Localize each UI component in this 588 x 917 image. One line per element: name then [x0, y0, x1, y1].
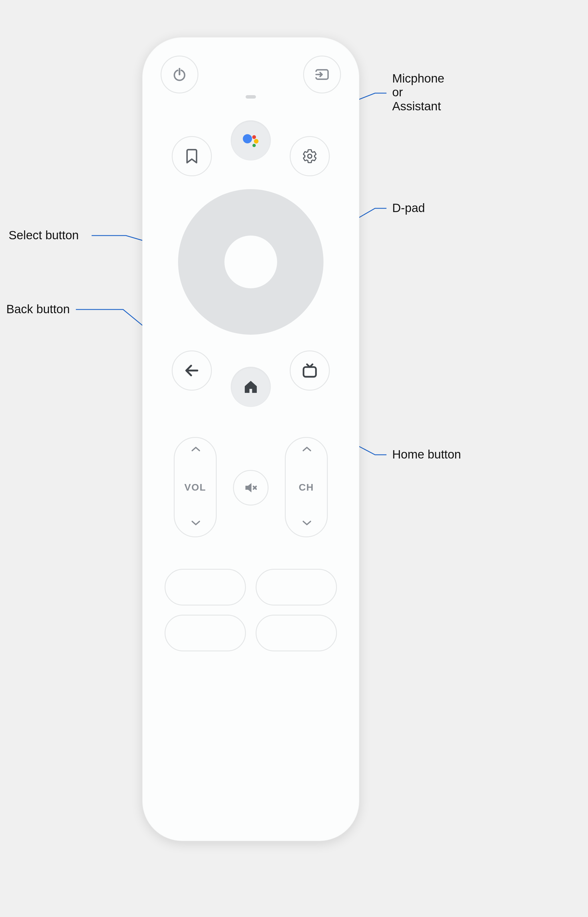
remote-body: VOL CH	[142, 37, 359, 841]
assistant-button[interactable]	[231, 120, 271, 160]
mic-led	[246, 95, 256, 99]
svg-point-6	[243, 134, 252, 143]
svg-point-10	[308, 154, 312, 158]
svg-rect-11	[304, 367, 316, 377]
input-button[interactable]	[303, 56, 341, 93]
volume-label: VOL	[184, 482, 206, 493]
chevron-up-icon	[302, 446, 310, 455]
bookmark-icon	[185, 148, 199, 164]
home-icon	[243, 379, 259, 395]
mute-icon	[243, 480, 259, 496]
chevron-down-icon	[191, 520, 200, 528]
label-dpad: D-pad	[392, 201, 425, 215]
volume-rocker[interactable]: VOL	[174, 437, 217, 537]
label-mic: Micphone or Assistant	[392, 72, 444, 113]
label-back: Back button	[6, 302, 70, 316]
back-arrow-icon	[184, 362, 200, 379]
label-select: Select button	[8, 228, 79, 242]
shortcut-button-3[interactable]	[165, 615, 246, 651]
bookmark-button[interactable]	[172, 136, 212, 176]
channel-rocker[interactable]: CH	[285, 437, 328, 537]
label-home: Home button	[392, 448, 461, 462]
channel-label: CH	[299, 482, 314, 493]
diagram-canvas: Micphone or Assistant D-pad Select butto…	[0, 0, 588, 917]
svg-point-8	[254, 139, 258, 144]
settings-button[interactable]	[290, 136, 330, 176]
svg-point-9	[252, 144, 256, 147]
power-icon	[172, 67, 187, 82]
home-button[interactable]	[231, 367, 271, 407]
chevron-up-icon	[191, 446, 200, 455]
tv-icon	[301, 362, 318, 379]
back-button[interactable]	[172, 350, 212, 390]
guide-button[interactable]	[290, 350, 330, 390]
select-button[interactable]	[225, 235, 277, 288]
shortcut-button-4[interactable]	[256, 615, 337, 651]
input-icon	[314, 66, 330, 83]
chevron-down-icon	[302, 520, 310, 528]
power-button[interactable]	[161, 56, 199, 93]
gear-icon	[302, 148, 318, 164]
mute-button[interactable]	[233, 470, 268, 505]
svg-point-7	[252, 135, 256, 139]
shortcut-button-1[interactable]	[165, 569, 246, 606]
assistant-icon	[241, 130, 261, 151]
shortcut-button-2[interactable]	[256, 569, 337, 606]
